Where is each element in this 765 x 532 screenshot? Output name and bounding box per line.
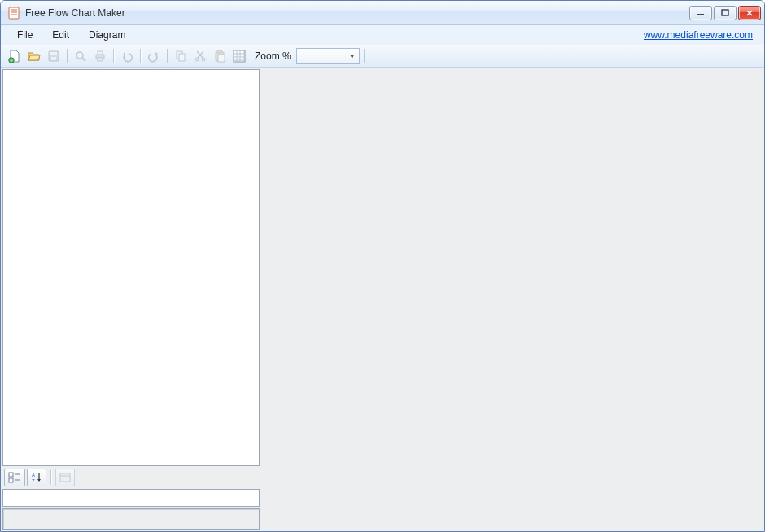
printer-icon <box>94 50 107 63</box>
svg-rect-31 <box>60 473 70 482</box>
svg-rect-5 <box>722 10 728 15</box>
svg-rect-9 <box>50 52 57 55</box>
property-pages-icon <box>59 472 72 483</box>
svg-rect-24 <box>9 473 13 477</box>
vendor-link[interactable]: www.mediafreeware.com <box>644 29 758 41</box>
save-icon <box>47 50 60 63</box>
folder-open-icon <box>28 50 41 63</box>
cut-icon <box>194 50 207 63</box>
maximize-button[interactable] <box>714 6 737 20</box>
svg-point-18 <box>195 58 199 61</box>
property-toolbar: A Z <box>2 468 260 487</box>
redo-button[interactable] <box>145 47 163 65</box>
toolbar-separator <box>364 49 365 63</box>
toolbar: + <box>1 45 764 68</box>
copy-icon <box>174 50 187 63</box>
alphabetical-button[interactable]: A Z <box>27 469 46 486</box>
menu-diagram[interactable]: Diagram <box>79 27 135 43</box>
svg-text:Z: Z <box>32 478 35 483</box>
undo-icon <box>120 50 133 63</box>
zoom-label: Zoom % <box>255 50 291 62</box>
svg-rect-0 <box>9 7 19 19</box>
svg-rect-25 <box>9 478 13 482</box>
window-controls <box>689 6 763 20</box>
cut-button[interactable] <box>191 47 209 65</box>
svg-rect-22 <box>218 55 225 62</box>
new-button[interactable]: + <box>6 47 24 65</box>
window-title: Free Flow Chart Maker <box>25 7 689 19</box>
chevron-down-icon: ▼ <box>349 53 356 60</box>
redo-icon <box>147 50 160 63</box>
titlebar: Free Flow Chart Maker <box>1 1 764 25</box>
svg-line-12 <box>82 58 85 61</box>
svg-point-19 <box>202 58 205 61</box>
left-pane: A Z <box>2 69 260 530</box>
close-button[interactable] <box>738 6 761 20</box>
menu-file[interactable]: File <box>7 27 42 43</box>
toolbar-separator <box>167 49 168 63</box>
paste-icon <box>213 50 226 63</box>
menubar: File Edit Diagram www.mediafreeware.com <box>1 25 764 45</box>
save-button[interactable] <box>45 47 63 65</box>
paste-button[interactable] <box>211 47 229 65</box>
svg-rect-15 <box>98 58 103 61</box>
svg-text:A: A <box>32 473 35 477</box>
svg-rect-10 <box>51 57 56 60</box>
app-window: Free Flow Chart Maker File Edit Diagram … <box>0 0 765 532</box>
main-canvas[interactable] <box>261 69 763 530</box>
categorized-icon <box>8 472 21 483</box>
svg-rect-21 <box>217 50 222 53</box>
svg-point-11 <box>76 52 83 59</box>
menu-edit[interactable]: Edit <box>42 27 79 43</box>
open-button[interactable] <box>25 47 43 65</box>
toolbar-separator <box>113 49 114 63</box>
zoom-combo[interactable]: ▼ <box>296 48 360 64</box>
toolbar-separator <box>67 49 68 63</box>
sort-az-icon: A Z <box>30 472 43 483</box>
grid-icon <box>233 50 246 63</box>
property-pages-button[interactable] <box>55 469 75 486</box>
magnifier-icon <box>74 50 87 63</box>
copy-button[interactable] <box>172 47 190 65</box>
shapes-panel[interactable] <box>2 69 260 466</box>
toolbar-separator <box>140 49 141 63</box>
svg-text:+: + <box>11 58 13 63</box>
property-description-field <box>2 508 260 530</box>
client-area: A Z <box>1 68 764 531</box>
grid-button[interactable] <box>230 47 248 65</box>
svg-rect-14 <box>98 51 103 55</box>
app-icon <box>7 7 20 20</box>
categorized-button[interactable] <box>4 469 25 486</box>
new-page-icon: + <box>8 50 21 63</box>
minimize-button[interactable] <box>689 6 712 20</box>
svg-rect-4 <box>697 14 704 15</box>
toolbar-separator <box>50 470 51 485</box>
svg-rect-17 <box>179 54 185 61</box>
property-name-field[interactable] <box>2 489 260 507</box>
undo-button[interactable] <box>118 47 136 65</box>
find-button[interactable] <box>72 47 90 65</box>
print-button[interactable] <box>91 47 109 65</box>
